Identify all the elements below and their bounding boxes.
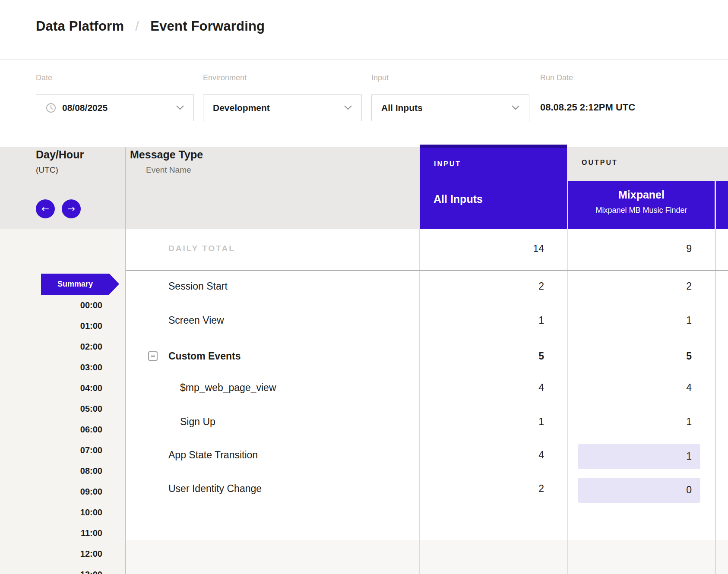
row-input-value: 1 bbox=[488, 315, 544, 326]
hour-slot-03[interactable]: 03:00 bbox=[26, 363, 102, 372]
daily-total-output-value: 9 bbox=[636, 243, 692, 255]
chevron-down-icon bbox=[344, 105, 352, 110]
row-label-custom-events: Custom Events bbox=[168, 350, 241, 362]
run-date-value: 08.08.25 2:12PM UTC bbox=[540, 102, 635, 113]
next-day-button[interactable]: → bbox=[62, 199, 81, 218]
output-section-label: OUTPUT bbox=[582, 159, 618, 167]
input-select[interactable]: All Inputs bbox=[371, 94, 529, 121]
environment-value: Development bbox=[213, 103, 338, 113]
date-select[interactable]: 08/08/2025 bbox=[36, 94, 194, 121]
input-value: All Inputs bbox=[381, 103, 506, 113]
output-column-right-divider bbox=[715, 229, 716, 574]
chevron-down-icon bbox=[176, 105, 184, 110]
summary-tab[interactable]: Summary bbox=[41, 274, 109, 295]
date-value: 08/08/2025 bbox=[62, 103, 170, 113]
row-output-value: 1 bbox=[636, 315, 692, 326]
chevron-down-icon bbox=[512, 105, 519, 110]
breadcrumb-separator: / bbox=[135, 18, 139, 34]
hour-slot-02[interactable]: 02:00 bbox=[26, 342, 102, 352]
run-date-label: Run Date bbox=[540, 73, 573, 82]
row-input-value: 5 bbox=[488, 350, 544, 362]
input-column-accent-strip bbox=[420, 145, 567, 148]
hour-slot-09[interactable]: 09:00 bbox=[26, 487, 102, 497]
row-input-value: 1 bbox=[488, 416, 544, 428]
row-input-value: 2 bbox=[488, 483, 544, 495]
input-filter-label: Input bbox=[371, 73, 389, 82]
row-output-value-highlighted: 1 bbox=[636, 451, 692, 462]
row-label-mp-web-page-view: $mp_web_page_view bbox=[180, 382, 276, 394]
hour-slot-12[interactable]: 12:00 bbox=[26, 549, 102, 559]
table-footer-background bbox=[126, 540, 728, 574]
daily-total-label: DAILY TOTAL bbox=[168, 244, 235, 253]
environment-select[interactable]: Development bbox=[203, 94, 362, 121]
row-label-sign-up: Sign Up bbox=[180, 416, 215, 428]
row-input-value: 2 bbox=[488, 281, 544, 292]
clock-icon bbox=[46, 103, 56, 113]
breadcrumb-data-platform[interactable]: Data Platform bbox=[36, 19, 124, 34]
breadcrumb-bar: Data Platform / Event Forwarding bbox=[0, 0, 728, 60]
hour-slot-00[interactable]: 00:00 bbox=[26, 300, 102, 310]
input-section-label: INPUT bbox=[434, 160, 461, 168]
input-column-left-divider bbox=[419, 229, 420, 574]
input-output-divider bbox=[567, 229, 568, 574]
hours-column-divider bbox=[125, 147, 126, 574]
row-input-value: 4 bbox=[488, 449, 544, 461]
hour-slot-13[interactable]: 13:00 bbox=[26, 570, 102, 574]
output-column-header-next[interactable] bbox=[716, 181, 728, 229]
row-label-app-state-transition: App State Transition bbox=[168, 449, 258, 461]
hour-slot-08[interactable]: 08:00 bbox=[26, 466, 102, 476]
summary-tab-label: Summary bbox=[57, 280, 93, 289]
hour-slot-10[interactable]: 10:00 bbox=[26, 508, 102, 517]
daily-total-input-value: 14 bbox=[488, 243, 544, 255]
page-title: Event Forwarding bbox=[150, 19, 265, 34]
day-hour-header: Day/Hour bbox=[36, 148, 84, 161]
row-output-value: 4 bbox=[636, 382, 692, 394]
breadcrumb: Data Platform / Event Forwarding bbox=[36, 18, 265, 34]
row-label-session-start: Session Start bbox=[168, 281, 228, 292]
environment-filter-label: Environment bbox=[203, 73, 247, 82]
hour-slot-04[interactable]: 04:00 bbox=[26, 383, 102, 393]
input-column-name: All Inputs bbox=[434, 193, 483, 205]
daily-total-separator bbox=[126, 270, 728, 271]
row-output-value-highlighted: 0 bbox=[636, 484, 692, 496]
row-label-screen-view: Screen View bbox=[168, 315, 224, 326]
collapse-custom-events-icon[interactable] bbox=[148, 351, 158, 361]
hour-slot-07[interactable]: 07:00 bbox=[26, 445, 102, 455]
prev-day-button[interactable]: ← bbox=[36, 199, 55, 218]
message-type-header: Message Type bbox=[130, 148, 203, 161]
row-output-value: 1 bbox=[636, 416, 692, 428]
row-label-user-identity-change: User Identity Change bbox=[168, 483, 262, 495]
input-column-header[interactable]: INPUT All Inputs bbox=[420, 145, 567, 229]
output-column-name: Mixpanel bbox=[568, 189, 715, 201]
date-filter-label: Date bbox=[36, 73, 52, 82]
event-name-subheader: Event Name bbox=[146, 165, 191, 175]
row-output-value: 2 bbox=[636, 281, 692, 292]
output-column-subtitle: Mixpanel MB Music Finder bbox=[568, 206, 715, 215]
hour-slot-01[interactable]: 01:00 bbox=[26, 321, 102, 331]
row-output-value: 5 bbox=[636, 350, 692, 362]
hour-slot-11[interactable]: 11:00 bbox=[26, 528, 102, 538]
hour-slot-05[interactable]: 05:00 bbox=[26, 404, 102, 414]
event-forwarding-page: Data Platform / Event Forwarding Date 08… bbox=[0, 0, 728, 574]
day-hour-timezone: (UTC) bbox=[36, 165, 58, 175]
row-input-value: 4 bbox=[488, 382, 544, 394]
output-column-header-mixpanel[interactable]: Mixpanel Mixpanel MB Music Finder bbox=[568, 181, 715, 229]
hour-slot-06[interactable]: 06:00 bbox=[26, 425, 102, 435]
